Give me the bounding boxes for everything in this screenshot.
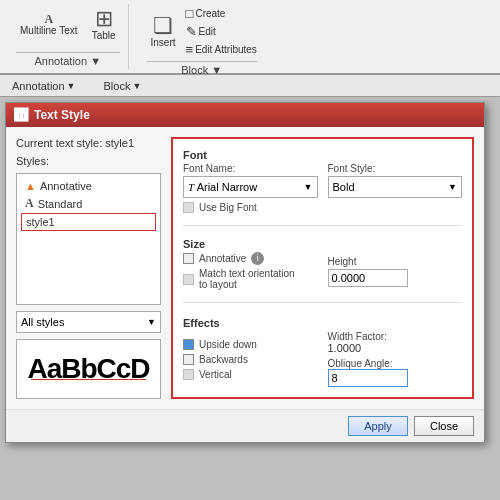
effects-section-title: Effects	[183, 317, 462, 329]
width-factor-label: Width Factor:	[328, 331, 463, 342]
oblique-angle-input[interactable]	[328, 369, 408, 387]
preview-box: AaBbCcD	[16, 339, 161, 399]
match-text-label: Match text orientation to layout	[199, 268, 295, 290]
font-name-icon: T	[188, 181, 197, 193]
table-label: Table	[92, 30, 116, 41]
font-style-value: Bold	[333, 181, 355, 193]
all-styles-dropdown-icon: ▼	[147, 317, 156, 327]
style-item-annotative-label: Annotative	[40, 180, 92, 192]
current-style-prefix: Current text style:	[16, 137, 102, 149]
standard-icon: A	[25, 196, 34, 211]
annotative-info-icon[interactable]: i	[251, 252, 264, 265]
height-input[interactable]	[328, 269, 408, 287]
annotative-checkbox[interactable]	[183, 253, 194, 264]
annotation-buttons: A Multiline Text ⊞ Table	[16, 6, 120, 43]
close-button[interactable]: Close	[414, 416, 474, 436]
width-factor-value: 1.0000	[328, 342, 463, 354]
edit-label: Edit	[199, 26, 216, 37]
style1-label: style1	[26, 216, 55, 228]
create-icon: □	[186, 6, 194, 21]
apply-button[interactable]: Apply	[348, 416, 408, 436]
multiline-text-icon: A	[44, 13, 53, 25]
insert-icon: ❏	[153, 15, 173, 37]
annotation-dropdown-icon: ▼	[67, 81, 76, 91]
oblique-angle-label: Oblique Angle:	[328, 358, 463, 369]
upside-down-row: Upside down	[183, 339, 318, 350]
edit-attributes-label: Edit Attributes	[195, 44, 257, 55]
block-section: ❏ Insert □ Create ✎ Edit ≡ Edit Attribut…	[139, 4, 265, 69]
dialog-overlay: 🅰 Text Style Current text style: style1 …	[0, 97, 500, 500]
vertical-checkbox[interactable]	[183, 369, 194, 380]
font-style-label: Font Style:	[328, 163, 463, 174]
all-styles-label: All styles	[21, 316, 64, 328]
font-name-label: Font Name:	[183, 163, 318, 174]
current-style-label: Current text style: style1	[16, 137, 161, 149]
height-label: Height	[328, 256, 463, 267]
edit-attributes-button[interactable]: ≡ Edit Attributes	[186, 42, 257, 57]
styles-list: ▲ Annotative A Standard style1	[16, 173, 161, 305]
all-styles-dropdown[interactable]: All styles ▼	[16, 311, 161, 333]
use-big-font-label: Use Big Font	[199, 202, 257, 213]
edit-icon: ✎	[186, 24, 197, 39]
edit-attributes-icon: ≡	[186, 42, 194, 57]
font-style-dropdown-icon: ▼	[448, 182, 457, 192]
style-item-standard-label: Standard	[38, 198, 83, 210]
font-style-select[interactable]: Bold ▼	[328, 176, 463, 198]
insert-button[interactable]: ❏ Insert	[147, 13, 180, 50]
table-icon: ⊞	[95, 8, 113, 30]
multiline-text-label: Multiline Text	[20, 25, 78, 36]
insert-label: Insert	[151, 37, 176, 48]
preview-text: AaBbCcD	[27, 353, 149, 385]
tab-block-label: Block	[104, 80, 131, 92]
use-big-font-row: Use Big Font	[183, 202, 462, 213]
annotation-section: A Multiline Text ⊞ Table Annotation ▼	[8, 4, 129, 69]
vertical-row: Vertical	[183, 369, 318, 380]
divider-2	[183, 302, 462, 303]
size-row: Annotative i Match text orientation to l…	[183, 252, 462, 290]
create-label: Create	[195, 8, 225, 19]
effects-row: Upside down Backwards Vertical	[183, 331, 462, 387]
vertical-label: Vertical	[199, 369, 232, 380]
effects-right-col: Width Factor: 1.0000 Oblique Angle:	[328, 331, 463, 387]
right-panel: Font Font Name: T Arial Narrow ▼	[171, 137, 474, 399]
annotation-tab-label[interactable]: Annotation ▼	[16, 52, 120, 67]
table-button[interactable]: ⊞ Table	[88, 6, 120, 43]
dialog-title-icon: 🅰	[14, 107, 28, 123]
dialog-content: Current text style: style1 Styles: ▲ Ann…	[6, 127, 484, 409]
style-item-standard[interactable]: A Standard	[21, 194, 156, 213]
divider-1	[183, 225, 462, 226]
height-col: Height	[328, 256, 463, 287]
font-name-select[interactable]: T Arial Narrow ▼	[183, 176, 318, 198]
block-dropdown-icon: ▼	[132, 81, 141, 91]
match-text-checkbox[interactable]	[183, 274, 194, 285]
backwards-row: Backwards	[183, 354, 318, 365]
tab-block[interactable]: Block ▼	[100, 78, 146, 94]
ribbon: A Multiline Text ⊞ Table Annotation ▼ ❏ …	[0, 0, 500, 75]
oblique-angle-group: Oblique Angle:	[328, 358, 463, 387]
match-text-row: Match text orientation to layout	[183, 268, 318, 290]
tab-annotation[interactable]: Annotation ▼	[8, 78, 80, 94]
styles-label: Styles:	[16, 155, 161, 167]
upside-down-checkbox[interactable]	[183, 339, 194, 350]
use-big-font-checkbox[interactable]	[183, 202, 194, 213]
annotative-icon: ▲	[25, 180, 36, 192]
style-item-annotative[interactable]: ▲ Annotative	[21, 178, 156, 194]
font-section: Font Font Name: T Arial Narrow ▼	[183, 149, 462, 213]
dialog-titlebar: 🅰 Text Style	[6, 103, 484, 127]
size-section: Size Annotative i Match text o	[183, 238, 462, 290]
style-item-style1[interactable]: style1	[21, 213, 156, 231]
width-factor-group: Width Factor: 1.0000	[328, 331, 463, 354]
button-row: Apply Close	[6, 409, 484, 442]
tab-annotation-label: Annotation	[12, 80, 65, 92]
font-name-row: Font Name: T Arial Narrow ▼ Font Style:	[183, 163, 462, 198]
edit-button[interactable]: ✎ Edit	[186, 24, 257, 39]
font-name-col: Font Name: T Arial Narrow ▼	[183, 163, 318, 198]
effects-section: Effects Upside down Backwards	[183, 317, 462, 387]
block-buttons: ❏ Insert □ Create ✎ Edit ≡ Edit Attribut…	[147, 6, 257, 57]
font-name-value: T Arial Narrow	[188, 181, 257, 193]
create-button[interactable]: □ Create	[186, 6, 257, 21]
backwards-checkbox[interactable]	[183, 354, 194, 365]
left-panel: Current text style: style1 Styles: ▲ Ann…	[16, 137, 161, 399]
block-tab-label[interactable]: Block ▼	[147, 61, 257, 76]
multiline-text-button[interactable]: A Multiline Text	[16, 11, 82, 38]
